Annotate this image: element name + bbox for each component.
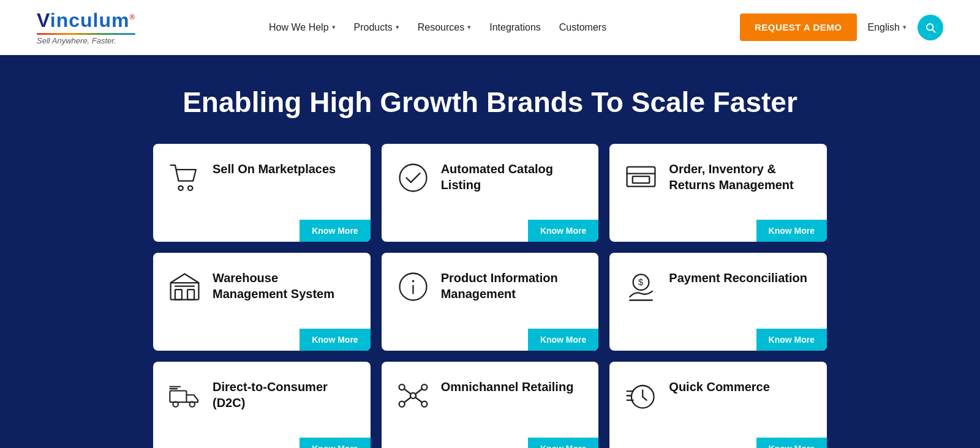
- card-title: Direct-to-Consumer (D2C): [213, 379, 356, 411]
- know-more-warehouse[interactable]: Know More: [300, 329, 370, 351]
- hero-section: Enabling High Growth Brands To Scale Fas…: [0, 55, 980, 448]
- card-title: Sell On Marketplaces: [213, 161, 336, 177]
- cards-grid: Sell On Marketplaces Know More Automated…: [153, 144, 827, 448]
- dropdown-arrow: ▾: [332, 23, 336, 31]
- monitor-icon: [624, 161, 658, 195]
- svg-point-2: [178, 186, 183, 190]
- know-more-product-info[interactable]: Know More: [528, 329, 598, 351]
- logo-underline: [37, 33, 135, 35]
- nav-products[interactable]: Products ▾: [354, 22, 399, 33]
- warehouse-icon: [168, 270, 202, 304]
- card-sell-on-marketplaces: Sell On Marketplaces Know More: [153, 144, 371, 242]
- svg-line-1: [932, 29, 935, 32]
- svg-line-31: [415, 397, 422, 402]
- logo-inculum: inculum: [50, 9, 130, 31]
- dropdown-arrow: ▾: [467, 23, 471, 31]
- know-more-d2c[interactable]: Know More: [300, 438, 370, 448]
- card-product-info: Product Information Management Know More: [382, 253, 599, 351]
- svg-point-4: [399, 165, 426, 192]
- card-title: Omnichannel Retailing: [441, 379, 574, 395]
- clock-dash-icon: [624, 379, 658, 413]
- svg-rect-18: [170, 391, 186, 403]
- know-more-automated-catalog[interactable]: Know More: [528, 220, 598, 242]
- nav-resources[interactable]: Resources ▾: [418, 22, 471, 33]
- language-selector[interactable]: English ▾: [868, 22, 907, 33]
- cart-icon: [168, 161, 202, 195]
- svg-line-28: [404, 389, 410, 394]
- card-warehouse: Warehouse Management System Know More: [153, 253, 371, 351]
- know-more-sell-marketplaces[interactable]: Know More: [300, 220, 370, 242]
- logo[interactable]: Vinculum® Sell Anywhere, Faster.: [37, 9, 135, 45]
- logo-tagline: Sell Anywhere, Faster.: [37, 36, 135, 45]
- search-button[interactable]: [918, 15, 943, 40]
- card-d2c: Direct-to-Consumer (D2C) Know More: [153, 362, 371, 448]
- card-quick-commerce: Quick Commerce Know More: [609, 362, 827, 448]
- card-order-inventory: Order, Inventory & Returns Management Kn…: [609, 144, 827, 242]
- info-circle-icon: [396, 270, 430, 304]
- know-more-omnichannel[interactable]: Know More: [528, 438, 598, 448]
- card-payment: $ Payment Reconciliation Know More: [609, 253, 827, 351]
- logo-v: V: [37, 9, 50, 31]
- nav-how-we-help[interactable]: How We Help ▾: [269, 22, 336, 33]
- search-icon: [925, 22, 936, 33]
- dropdown-arrow: ▾: [396, 23, 399, 31]
- card-omnichannel: Omnichannel Retailing Know More: [382, 362, 599, 448]
- svg-rect-9: [175, 289, 182, 300]
- svg-line-30: [404, 397, 410, 402]
- lang-arrow: ▾: [903, 23, 907, 31]
- svg-rect-10: [187, 289, 194, 300]
- card-title: Quick Commerce: [669, 379, 770, 395]
- check-circle-icon: [396, 161, 430, 195]
- know-more-order-inventory[interactable]: Know More: [756, 220, 827, 242]
- card-title: Order, Inventory & Returns Management: [669, 161, 812, 193]
- nav-links: How We Help ▾ Products ▾ Resources ▾ Int…: [269, 22, 606, 33]
- svg-point-14: [412, 280, 414, 283]
- svg-line-29: [415, 389, 422, 394]
- card-title: Automated Catalog Listing: [441, 161, 584, 193]
- request-demo-button[interactable]: REQUEST A DEMO: [740, 13, 857, 41]
- logo-reg: ®: [129, 13, 135, 21]
- payment-icon: $: [624, 270, 658, 304]
- hero-title: Enabling High Growth Brands To Scale Fas…: [37, 86, 943, 119]
- svg-text:$: $: [638, 277, 643, 287]
- card-title: Product Information Management: [441, 270, 584, 302]
- truck-icon: [168, 379, 202, 413]
- svg-point-3: [188, 186, 192, 190]
- svg-rect-7: [633, 176, 650, 183]
- card-title: Warehouse Management System: [213, 270, 356, 302]
- know-more-quick-commerce[interactable]: Know More: [756, 438, 827, 448]
- nodes-icon: [396, 379, 430, 413]
- know-more-payment[interactable]: Know More: [756, 329, 827, 351]
- navbar: Vinculum® Sell Anywhere, Faster. How We …: [0, 0, 980, 55]
- card-automated-catalog: Automated Catalog Listing Know More: [382, 144, 599, 242]
- card-title: Payment Reconciliation: [669, 270, 807, 286]
- nav-integrations[interactable]: Integrations: [489, 22, 541, 33]
- nav-customers[interactable]: Customers: [559, 22, 606, 33]
- nav-right: REQUEST A DEMO English ▾: [740, 13, 943, 41]
